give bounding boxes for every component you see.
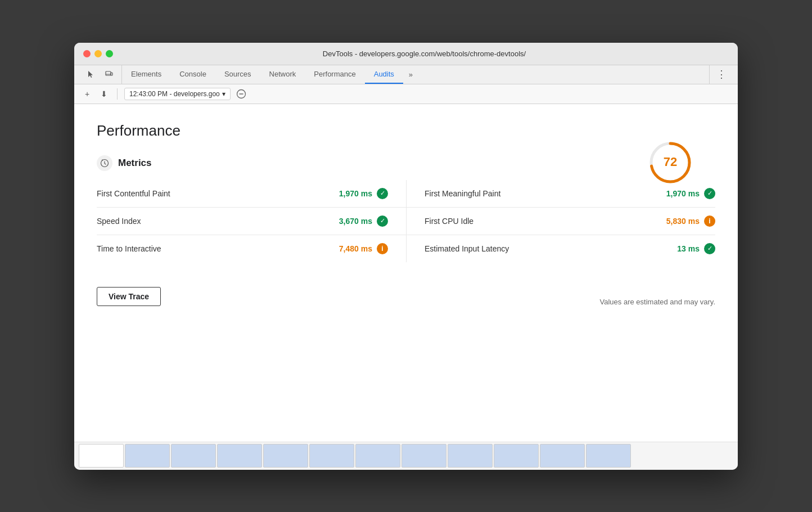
filmstrip-item xyxy=(540,444,585,468)
more-tabs-button[interactable]: » xyxy=(403,65,418,84)
filmstrip-item xyxy=(263,444,308,468)
metric-first-contentful-paint: First Contentful Paint 1,970 ms ✓ xyxy=(97,180,406,208)
filmstrip-item xyxy=(79,444,124,468)
performance-title: Performance xyxy=(97,122,715,140)
metrics-header: Metrics xyxy=(97,155,715,171)
tabs-bar: Elements Console Sources Network Perform… xyxy=(74,65,738,84)
tabs-list: Elements Console Sources Network Perform… xyxy=(122,65,709,84)
check-badge-icon: ✓ xyxy=(377,215,388,227)
score-circle: 72 xyxy=(648,140,693,187)
metric-label: First Meaningful Paint xyxy=(425,189,500,198)
metric-value: 1,970 ms xyxy=(666,189,700,198)
download-button[interactable]: ⬇ xyxy=(98,88,110,100)
metric-value: 13 ms xyxy=(677,244,700,253)
metrics-section: Metrics First Contentful Paint 1,970 ms … xyxy=(97,155,715,262)
metric-estimated-input-latency: Estimated Input Latency 13 ms ✓ xyxy=(406,235,715,262)
cancel-session-button[interactable] xyxy=(235,88,247,100)
info-badge-icon: i xyxy=(704,215,715,227)
filmstrip-item xyxy=(125,444,170,468)
info-badge-icon: i xyxy=(377,243,388,254)
metric-label: First Contentful Paint xyxy=(97,189,170,198)
metric-label: Time to Interactive xyxy=(97,244,161,253)
svg-rect-0 xyxy=(106,71,111,75)
filmstrip-item xyxy=(355,444,400,468)
view-trace-button[interactable]: View Trace xyxy=(97,287,161,306)
metric-value: 1,970 ms xyxy=(339,189,372,198)
toolbar-bar: + ⬇ 12:43:00 PM - developers.goo ▾ xyxy=(74,84,738,104)
tab-elements[interactable]: Elements xyxy=(122,65,170,84)
metric-value-container: 5,830 ms i xyxy=(666,215,715,227)
tab-network[interactable]: Network xyxy=(260,65,305,84)
metric-value-container: 7,480 ms i xyxy=(339,243,388,254)
metric-speed-index: Speed Index 3,670 ms ✓ xyxy=(97,208,406,235)
metric-value: 5,830 ms xyxy=(666,217,700,226)
tab-performance[interactable]: Performance xyxy=(305,65,364,84)
metric-value: 7,480 ms xyxy=(339,244,372,253)
cursor-icon[interactable] xyxy=(83,66,99,82)
session-label: 12:43:00 PM - developers.goo xyxy=(129,90,220,98)
device-toolbar-icon[interactable] xyxy=(101,66,117,82)
content-wrapper: Performance 72 xyxy=(97,122,715,306)
filmstrip-item xyxy=(217,444,262,468)
browser-window: DevTools - developers.google.com/web/too… xyxy=(74,43,738,470)
title-bar: DevTools - developers.google.com/web/too… xyxy=(74,43,738,65)
filmstrip-item xyxy=(402,444,446,468)
devtools-menu-button[interactable]: ⋮ xyxy=(709,65,733,84)
filmstrip-item xyxy=(171,444,216,468)
metric-value: 3,670 ms xyxy=(339,217,372,226)
metric-value-container: 1,970 ms ✓ xyxy=(339,188,388,199)
metrics-title: Metrics xyxy=(118,158,152,169)
metric-value-container: 1,970 ms ✓ xyxy=(666,188,715,199)
filmstrip-item xyxy=(494,444,539,468)
svg-text:72: 72 xyxy=(664,155,677,169)
filmstrip-container xyxy=(74,442,635,470)
tab-console[interactable]: Console xyxy=(170,65,215,84)
tab-sources[interactable]: Sources xyxy=(215,65,260,84)
metric-label: Estimated Input Latency xyxy=(425,244,509,253)
metrics-grid: First Contentful Paint 1,970 ms ✓ First … xyxy=(97,180,715,262)
bottom-filmstrip-strip xyxy=(74,442,738,470)
metric-label: First CPU Idle xyxy=(425,217,473,226)
dropdown-arrow-icon: ▾ xyxy=(222,90,225,98)
minimize-button[interactable] xyxy=(94,50,102,57)
check-badge-icon: ✓ xyxy=(704,188,715,199)
svg-point-9 xyxy=(102,159,103,160)
tab-audits[interactable]: Audits xyxy=(365,65,403,84)
metric-value-container: 3,670 ms ✓ xyxy=(339,215,388,227)
svg-rect-1 xyxy=(111,73,112,75)
toolbar-divider xyxy=(117,88,118,100)
metric-time-to-interactive: Time to Interactive 7,480 ms i xyxy=(97,235,406,262)
metrics-icon xyxy=(97,155,112,171)
footer-note: Values are estimated and may vary. xyxy=(600,298,715,306)
metric-value-container: 13 ms ✓ xyxy=(677,243,715,254)
traffic-lights xyxy=(83,50,113,57)
metric-first-cpu-idle: First CPU Idle 5,830 ms i xyxy=(406,208,715,235)
add-session-button[interactable]: + xyxy=(81,88,93,100)
metric-label: Speed Index xyxy=(97,217,141,226)
session-dropdown[interactable]: 12:43:00 PM - developers.goo ▾ xyxy=(124,88,231,100)
main-content: Performance 72 xyxy=(74,104,738,442)
window-title: DevTools - developers.google.com/web/too… xyxy=(120,50,729,58)
filmstrip-item xyxy=(309,444,354,468)
filmstrip-item xyxy=(586,444,631,468)
check-badge-icon: ✓ xyxy=(704,243,715,254)
maximize-button[interactable] xyxy=(106,50,113,57)
devtools-icon-group xyxy=(79,65,122,84)
check-badge-icon: ✓ xyxy=(377,188,388,199)
filmstrip-item xyxy=(448,444,493,468)
close-button[interactable] xyxy=(83,50,91,57)
